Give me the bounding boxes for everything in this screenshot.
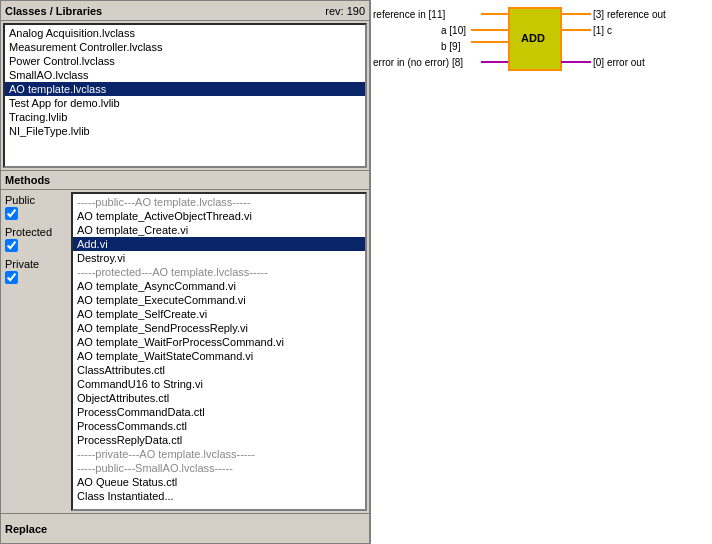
methods-list[interactable]: -----public---AO template.lvclass-----AO… bbox=[73, 194, 365, 509]
private-label: Private bbox=[5, 258, 39, 270]
ref-in-label: reference in [11] bbox=[373, 9, 445, 20]
replace-section: Replace bbox=[1, 513, 369, 543]
a-label: a [10] bbox=[441, 25, 466, 36]
methods-area: Public Protected Private -----public---A… bbox=[1, 190, 369, 513]
classes-header-title: Classes / Libraries bbox=[5, 5, 102, 17]
methods-header-label: Methods bbox=[5, 174, 50, 186]
classes-header: Classes / Libraries rev: 190 bbox=[1, 1, 369, 21]
access-panel: Public Protected Private bbox=[1, 190, 71, 513]
methods-list-item[interactable]: -----protected---AO template.lvclass----… bbox=[73, 265, 365, 279]
methods-list-item[interactable]: ProcessReplyData.ctl bbox=[73, 433, 365, 447]
classes-list-item[interactable]: SmallAO.lvclass bbox=[5, 68, 365, 82]
public-label: Public bbox=[5, 194, 35, 206]
error-in-label: error in (no error) [8] bbox=[373, 57, 463, 68]
private-access-item: Private bbox=[5, 258, 67, 284]
error-out-label: [0] error out bbox=[593, 57, 645, 68]
diagram: reference in [11] a [10] b [9] error in … bbox=[371, 0, 712, 544]
protected-access-item: Protected bbox=[5, 226, 67, 252]
methods-list-item[interactable]: -----private---AO template.lvclass----- bbox=[73, 447, 365, 461]
methods-list-item[interactable]: ProcessCommands.ctl bbox=[73, 419, 365, 433]
ref-out-label: [3] reference out bbox=[593, 9, 666, 20]
classes-list-item[interactable]: NI_FileType.lvlib bbox=[5, 124, 365, 138]
methods-list-item[interactable]: AO template_WaitStateCommand.vi bbox=[73, 349, 365, 363]
methods-list-item[interactable]: Add.vi bbox=[73, 237, 365, 251]
protected-label: Protected bbox=[5, 226, 52, 238]
replace-label: Replace bbox=[5, 523, 47, 535]
node-label: ADD bbox=[521, 32, 545, 44]
methods-list-container: -----public---AO template.lvclass-----AO… bbox=[71, 192, 367, 511]
classes-list-item[interactable]: Test App for demo.lvlib bbox=[5, 96, 365, 110]
classes-list[interactable]: Analog Acquisition.lvclassMeasurement Co… bbox=[5, 25, 365, 166]
methods-list-item[interactable]: ObjectAttributes.ctl bbox=[73, 391, 365, 405]
left-panel: Classes / Libraries rev: 190 Analog Acqu… bbox=[0, 0, 370, 544]
classes-list-item[interactable]: AO template.lvclass bbox=[5, 82, 365, 96]
methods-list-item[interactable]: CommandU16 to String.vi bbox=[73, 377, 365, 391]
public-access-item: Public bbox=[5, 194, 67, 220]
diagram-svg: reference in [11] a [10] b [9] error in … bbox=[371, 0, 711, 120]
methods-list-item[interactable]: -----public---SmallAO.lvclass----- bbox=[73, 461, 365, 475]
b-label: b [9] bbox=[441, 41, 461, 52]
methods-list-item[interactable]: AO template_Create.vi bbox=[73, 223, 365, 237]
c-out-label: [1] c bbox=[593, 25, 612, 36]
private-checkbox[interactable] bbox=[5, 271, 18, 284]
methods-list-item[interactable]: Class Instantiated... bbox=[73, 489, 365, 503]
protected-checkbox[interactable] bbox=[5, 239, 18, 252]
methods-list-item[interactable]: AO template_ActiveObjectThread.vi bbox=[73, 209, 365, 223]
methods-list-item[interactable]: AO template_WaitForProcessCommand.vi bbox=[73, 335, 365, 349]
methods-list-item[interactable]: ProcessCommandData.ctl bbox=[73, 405, 365, 419]
methods-list-item[interactable]: AO template_AsyncCommand.vi bbox=[73, 279, 365, 293]
public-checkbox[interactable] bbox=[5, 207, 18, 220]
methods-list-item[interactable]: ClassAttributes.ctl bbox=[73, 363, 365, 377]
classes-header-rev: rev: 190 bbox=[325, 5, 365, 17]
methods-header: Methods bbox=[1, 170, 369, 190]
classes-list-item[interactable]: Tracing.lvlib bbox=[5, 110, 365, 124]
methods-list-item[interactable]: AO template_SendProcessReply.vi bbox=[73, 321, 365, 335]
classes-list-container: Analog Acquisition.lvclassMeasurement Co… bbox=[3, 23, 367, 168]
classes-list-item[interactable]: Analog Acquisition.lvclass bbox=[5, 26, 365, 40]
methods-list-item[interactable]: Destroy.vi bbox=[73, 251, 365, 265]
methods-list-item[interactable]: AO template_ExecuteCommand.vi bbox=[73, 293, 365, 307]
methods-list-item[interactable]: -----public---AO template.lvclass----- bbox=[73, 195, 365, 209]
classes-list-item[interactable]: Power Control.lvclass bbox=[5, 54, 365, 68]
right-panel: reference in [11] a [10] b [9] error in … bbox=[370, 0, 712, 544]
methods-list-item[interactable]: AO template_SelfCreate.vi bbox=[73, 307, 365, 321]
methods-list-item[interactable]: AO Queue Status.ctl bbox=[73, 475, 365, 489]
classes-list-item[interactable]: Measurement Controller.lvclass bbox=[5, 40, 365, 54]
